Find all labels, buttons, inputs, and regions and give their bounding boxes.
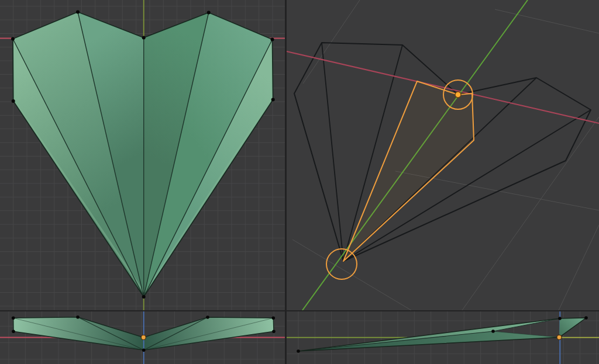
vertex-dot[interactable] <box>11 37 15 41</box>
vertex-dot[interactable] <box>142 295 146 299</box>
viewport-user-perspective[interactable] <box>287 0 599 310</box>
vertex-dot[interactable] <box>558 317 562 320</box>
vertex-dot[interactable] <box>207 11 211 15</box>
selected-vertex-dot[interactable] <box>141 335 146 340</box>
vertex-dot[interactable] <box>272 330 276 334</box>
quad-view-canvas <box>0 0 599 364</box>
vertex-dot[interactable] <box>142 36 146 40</box>
floor-grid-line <box>495 9 599 33</box>
vertex-dot[interactable] <box>297 349 300 353</box>
vertex-dot[interactable] <box>76 11 80 14</box>
vertex-dot[interactable] <box>12 317 15 320</box>
vertex-dot[interactable] <box>12 330 15 334</box>
vertex-dot[interactable] <box>76 316 80 319</box>
viewport-front-ortho[interactable] <box>0 311 285 364</box>
wireframe-edge <box>322 43 343 261</box>
vertex-dot[interactable] <box>142 349 146 352</box>
viewport-right-ortho[interactable] <box>287 311 599 364</box>
floor-grid-line <box>559 225 599 310</box>
vertex-dot[interactable] <box>271 98 275 102</box>
viewport-top-ortho[interactable] <box>0 0 285 310</box>
floor-grid-line <box>303 0 360 84</box>
vertex-dot[interactable] <box>206 316 209 319</box>
selected-vertex-dot[interactable] <box>557 335 562 339</box>
selected-vertex-dot[interactable] <box>455 92 461 98</box>
vertex-dot[interactable] <box>272 317 276 320</box>
vertex-dot[interactable] <box>271 38 274 41</box>
vertex-dot[interactable] <box>491 330 495 333</box>
vertex-dot[interactable] <box>12 99 15 103</box>
heart-face[interactable] <box>298 331 559 351</box>
vertex-dot[interactable] <box>584 316 588 320</box>
floor-grid-line <box>462 117 599 310</box>
